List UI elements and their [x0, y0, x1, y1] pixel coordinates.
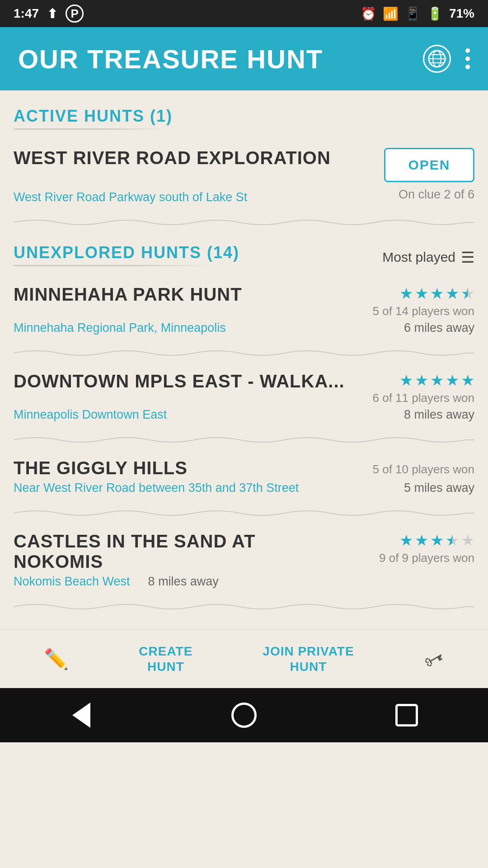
status-right: ⏰ 📶 📱 🔋 71% [361, 6, 474, 21]
hunt-item-downtown[interactable]: DOWNTOWN MPLS EAST - WALKA... ★ ★ ★ ★ ★ … [14, 358, 474, 431]
downtown-row: DOWNTOWN MPLS EAST - WALKA... ★ ★ ★ ★ ★ … [14, 371, 474, 405]
castles-meta: Nokomis Beach West 8 miles away [14, 575, 474, 589]
active-hunt-meta: West River Road Parkway south of Lake St… [14, 185, 474, 204]
star-5: ★ [461, 284, 474, 302]
hunt-item-castles[interactable]: CASTLES IN THE SAND AT NOKOMIS ★ ★ ★ ★ ★… [14, 518, 474, 598]
downtown-title: DOWNTOWN MPLS EAST - WALKA... [14, 371, 357, 392]
active-hunt-subtitle: West River Road Parkway south of Lake St [14, 190, 247, 204]
sort-icon: ☰ [461, 248, 474, 266]
unexplored-hunts-section: UNEXPLORED HUNTS (14) Most played ☰ [14, 227, 474, 271]
active-hunt-title: WEST RIVER ROAD EXPLORATION [14, 148, 384, 168]
sort-label: Most played [382, 250, 455, 265]
castles-right: ★ ★ ★ ★ ★ 9 of 9 players won [357, 531, 474, 565]
create-hunt-button[interactable]: CREATEHUNT [139, 644, 192, 674]
active-hunts-underline [14, 128, 167, 130]
giggly-meta: Near West River Road between 35th and 37… [14, 481, 474, 495]
castles-title: CASTLES IN THE SAND AT NOKOMIS [14, 531, 357, 572]
star-3: ★ [430, 371, 444, 389]
unexplored-hunts-title: UNEXPLORED HUNTS (14) [14, 243, 239, 262]
active-hunts-title: ACTIVE HUNTS (1) [14, 107, 474, 126]
castles-players: 9 of 9 players won [379, 551, 474, 565]
open-hunt-button[interactable]: OPEN [384, 148, 474, 182]
giggly-players: 5 of 10 players won [373, 462, 474, 476]
separator-4 [14, 509, 474, 518]
hunt-item-giggly[interactable]: THE GIGGLY HILLS 5 of 10 players won Nea… [14, 444, 474, 504]
castles-location: Nokomis Beach West [14, 575, 130, 589]
back-icon [72, 703, 90, 728]
castles-stars: ★ ★ ★ ★ ★ [399, 531, 474, 549]
status-bar: 1:47 ⬆ P ⏰ 📶 📱 🔋 71% [0, 0, 488, 27]
key-icon: 🗝 [420, 644, 448, 674]
giggly-location: Near West River Road between 35th and 37… [14, 481, 299, 495]
parking-icon: P [66, 5, 84, 23]
star-1: ★ [399, 371, 413, 389]
star-4: ★ [446, 531, 459, 549]
star-2: ★ [415, 284, 428, 302]
alarm-icon: ⏰ [361, 6, 376, 21]
star-1: ★ [399, 284, 413, 302]
minnehaha-row: MINNEHAHA PARK HUNT ★ ★ ★ ★ ★ 5 of 14 pl… [14, 284, 474, 318]
create-hunt-label: CREATEHUNT [139, 644, 192, 674]
battery-icon: 🔋 [427, 6, 443, 21]
star-4: ★ [446, 371, 459, 389]
minnehaha-players: 5 of 14 players won [373, 304, 474, 318]
giggly-right: 5 of 10 players won [357, 458, 474, 476]
status-time: 1:47 [14, 6, 39, 21]
back-button[interactable] [66, 699, 97, 731]
upload-icon: ⬆ [47, 6, 57, 21]
separator-1 [14, 218, 474, 227]
giggly-title: THE GIGGLY HILLS [14, 458, 357, 478]
downtown-right: ★ ★ ★ ★ ★ 6 of 11 players won [357, 371, 474, 405]
star-4: ★ [446, 284, 459, 302]
active-hunt-item: WEST RIVER ROAD EXPLORATION OPEN West Ri… [14, 134, 474, 213]
main-content: ACTIVE HUNTS (1) WEST RIVER ROAD EXPLORA… [0, 90, 488, 611]
minnehaha-right: ★ ★ ★ ★ ★ 5 of 14 players won [357, 284, 474, 318]
signal-icon: 📱 [405, 6, 421, 21]
active-hunt-row: WEST RIVER ROAD EXPLORATION OPEN [14, 148, 474, 182]
star-3: ★ [430, 531, 444, 549]
downtown-players: 6 of 11 players won [373, 391, 474, 405]
app-bar: OUR TREASURE HUNT [0, 27, 488, 90]
active-hunts-section: ACTIVE HUNTS (1) [14, 90, 474, 134]
active-hunt-clue: On clue 2 of 6 [399, 188, 474, 202]
overflow-menu-button[interactable] [465, 48, 470, 69]
home-icon [231, 703, 257, 728]
sort-control[interactable]: Most played ☰ [382, 248, 474, 266]
wifi-icon: 📶 [383, 6, 399, 21]
star-2: ★ [415, 531, 428, 549]
castles-row: CASTLES IN THE SAND AT NOKOMIS ★ ★ ★ ★ ★… [14, 531, 474, 572]
recents-button[interactable] [391, 699, 422, 731]
castles-distance: 8 miles away [148, 575, 219, 589]
downtown-distance: 8 miles away [404, 408, 474, 422]
downtown-location: Minneapolis Downtown East [14, 408, 167, 422]
separator-2 [14, 349, 474, 358]
downtown-meta: Minneapolis Downtown East 8 miles away [14, 408, 474, 422]
home-button[interactable] [228, 699, 260, 731]
app-bar-icons [423, 45, 470, 73]
minnehaha-title: MINNEHAHA PARK HUNT [14, 284, 357, 305]
bottom-bar: ✏️ CREATEHUNT JOIN PRIVATEHUNT 🗝 [0, 629, 488, 688]
join-private-hunt-button[interactable]: JOIN PRIVATEHUNT [263, 644, 354, 674]
battery-percent: 71% [449, 6, 474, 21]
star-3: ★ [430, 284, 444, 302]
minnehaha-meta: Minnehaha Regional Park, Minneapolis 6 m… [14, 321, 474, 335]
star-2: ★ [415, 371, 428, 389]
giggly-row: THE GIGGLY HILLS 5 of 10 players won [14, 458, 474, 478]
star-5: ★ [461, 531, 474, 549]
recents-icon [395, 704, 418, 726]
giggly-distance: 5 miles away [404, 481, 474, 495]
minnehaha-location: Minnehaha Regional Park, Minneapolis [14, 321, 226, 335]
downtown-stars: ★ ★ ★ ★ ★ [399, 371, 474, 389]
status-left: 1:47 ⬆ P [14, 5, 84, 23]
minnehaha-stars: ★ ★ ★ ★ ★ [399, 284, 474, 302]
minnehaha-distance: 6 miles away [404, 321, 474, 335]
star-1: ★ [399, 531, 413, 549]
globe-icon[interactable] [423, 45, 451, 73]
separator-3 [14, 435, 474, 444]
pencil-icon: ✏️ [44, 647, 69, 671]
join-hunt-label: JOIN PRIVATEHUNT [263, 644, 354, 674]
nav-bar [0, 688, 488, 742]
app-title: OUR TREASURE HUNT [18, 44, 323, 74]
unexplored-hunts-underline [14, 265, 212, 266]
hunt-item-minnehaha[interactable]: MINNEHAHA PARK HUNT ★ ★ ★ ★ ★ 5 of 14 pl… [14, 271, 474, 344]
